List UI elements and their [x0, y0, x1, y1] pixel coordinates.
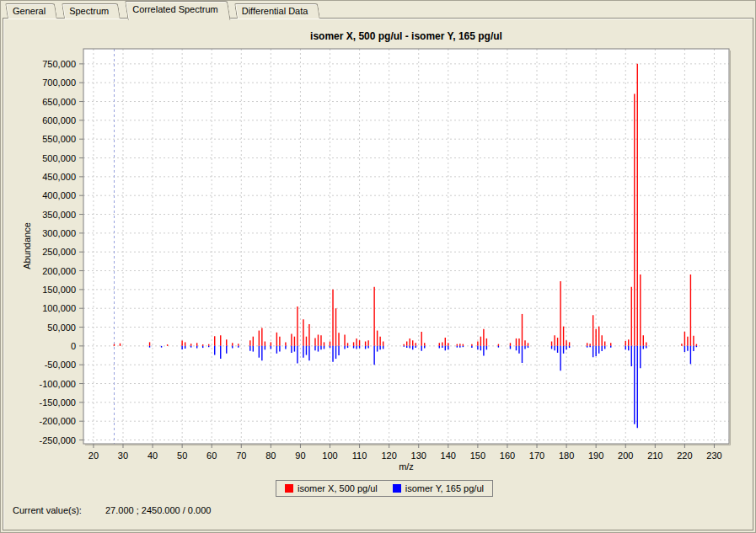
tab-correlated-spectrum-label: Correlated Spectrum [132, 4, 218, 14]
series-y-swatch [393, 484, 401, 493]
tab-differential-data[interactable]: Differential Data [234, 3, 322, 19]
svg-text:130: 130 [411, 450, 426, 461]
tab-differential-data-label: Differential Data [242, 6, 308, 16]
svg-text:50,000: 50,000 [47, 322, 76, 333]
svg-text:750,000: 750,000 [42, 59, 76, 69]
tab-spectrum[interactable]: Spectrum [62, 3, 122, 19]
tab-general-label: General [13, 6, 46, 16]
svg-text:190: 190 [588, 450, 603, 461]
svg-text:700,000: 700,000 [42, 77, 76, 88]
svg-text:600,000: 600,000 [42, 115, 76, 125]
tab-general[interactable]: General [5, 3, 59, 19]
svg-text:160: 160 [500, 450, 515, 461]
svg-text:400,000: 400,000 [42, 190, 76, 200]
svg-text:200,000: 200,000 [42, 266, 76, 276]
svg-text:350,000: 350,000 [42, 210, 76, 220]
svg-text:230: 230 [706, 450, 721, 461]
x-axis-tick-labels: 2030405060708090100110120130140150160170… [88, 450, 722, 461]
svg-text:90: 90 [295, 450, 305, 461]
svg-text:70: 70 [236, 450, 246, 461]
svg-text:-250,000: -250,000 [40, 435, 76, 445]
chart-title: isomer X, 500 pg/ul - isomer Y, 165 pg/u… [310, 30, 502, 42]
tab-bar: General Spectrum Correlated Spectrum Dif… [5, 2, 324, 19]
svg-text:40: 40 [147, 450, 158, 461]
svg-text:550,000: 550,000 [42, 134, 76, 144]
svg-text:100: 100 [322, 450, 337, 461]
svg-text:200: 200 [618, 450, 633, 461]
svg-text:220: 220 [677, 450, 692, 461]
legend-label-isomer-x: isomer X, 500 pg/ul [298, 483, 378, 493]
svg-text:450,000: 450,000 [42, 172, 76, 182]
svg-text:20: 20 [88, 450, 99, 461]
svg-text:-200,000: -200,000 [40, 416, 76, 426]
svg-text:250,000: 250,000 [42, 247, 76, 257]
legend-item-isomer-x: isomer X, 500 pg/ul [285, 483, 378, 493]
svg-text:150: 150 [470, 450, 485, 461]
status-bar: Current value(s): 27.000 ; 2450.000 / 0.… [0, 505, 756, 519]
svg-text:650,000: 650,000 [42, 97, 76, 107]
svg-text:110: 110 [352, 450, 367, 461]
plot-area[interactable] [83, 49, 729, 444]
svg-text:150,000: 150,000 [42, 285, 76, 295]
legend-item-isomer-y: isomer Y, 165 pg/ul [393, 483, 484, 493]
svg-text:80: 80 [265, 450, 276, 461]
svg-text:180: 180 [559, 450, 574, 461]
tab-spectrum-label: Spectrum [69, 6, 109, 16]
svg-text:300,000: 300,000 [42, 228, 76, 238]
chart-legend: isomer X, 500 pg/ul isomer Y, 165 pg/ul [276, 480, 493, 497]
status-value: 27.000 ; 2450.000 / 0.000 [105, 505, 211, 515]
legend-label-isomer-y: isomer Y, 165 pg/ul [405, 483, 484, 493]
y-axis-tick-labels: 750,000700,000650,000600,000550,000500,0… [40, 59, 76, 445]
svg-text:-100,000: -100,000 [40, 379, 76, 389]
svg-text:60: 60 [206, 450, 217, 461]
svg-text:210: 210 [647, 450, 662, 461]
svg-text:140: 140 [441, 450, 456, 461]
app-window: General Spectrum Correlated Spectrum Dif… [0, 0, 756, 533]
svg-text:50: 50 [177, 450, 187, 461]
svg-text:100,000: 100,000 [42, 303, 76, 313]
svg-text:500,000: 500,000 [42, 153, 76, 163]
svg-text:170: 170 [529, 450, 544, 461]
tab-correlated-spectrum[interactable]: Correlated Spectrum [125, 1, 232, 19]
svg-text:-150,000: -150,000 [40, 397, 76, 408]
svg-text:30: 30 [118, 450, 128, 461]
spectrum-chart: 2030405060708090100110120130140150160170… [0, 0, 756, 533]
y-axis-label: Abundance [22, 222, 32, 269]
svg-text:120: 120 [381, 450, 396, 461]
x-axis-label: m/z [399, 461, 414, 472]
svg-text:0: 0 [71, 341, 76, 351]
status-label: Current value(s): [13, 505, 82, 515]
series-x-swatch [285, 484, 293, 493]
svg-text:-50,000: -50,000 [45, 360, 76, 370]
